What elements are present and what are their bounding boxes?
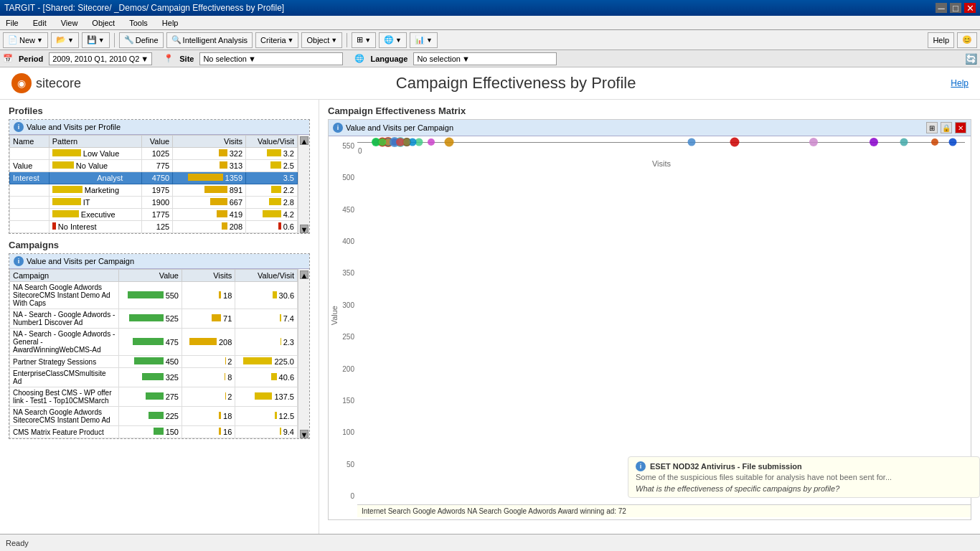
campaigns-scrollbar-down[interactable]: ▼ xyxy=(300,430,308,438)
campaign-name: NA - Search - Google Adwords - General -… xyxy=(10,329,119,356)
dot-24[interactable] xyxy=(809,138,818,146)
header-row: ◉ sitecore Campaign Effectiveness by Pro… xyxy=(0,67,980,100)
profiles-row-5[interactable]: Executive 1775 419 4.2 xyxy=(10,209,298,221)
profiles-table: Name Pattern Value Visits Value/Visit xyxy=(9,135,298,233)
smiley-button[interactable]: 😊 xyxy=(957,32,977,48)
new-button[interactable]: 📄 New ▼ xyxy=(3,32,48,48)
titlebar-title: TARGIT - [Shared: Sitecore/ _Demos/ Camp… xyxy=(4,3,284,13)
intelligent-analysis-button[interactable]: 🔍 Intelligent Analysis xyxy=(166,32,253,48)
profile-value-visit: 2.8 xyxy=(246,197,298,209)
maximize-button[interactable]: □ xyxy=(950,3,961,13)
site-dropdown-arrow: ▼ xyxy=(248,55,256,63)
periodbar: 📅 Period 2009, 2010 Q1, 2010 Q2 ▼ 📍 Site… xyxy=(0,50,980,67)
notif-body: Some of the suspicious files suitable fo… xyxy=(636,473,972,481)
site-select[interactable]: No selection ▼ xyxy=(199,52,343,65)
chart-info-icon: i xyxy=(333,123,343,133)
campaign-visits: 18 xyxy=(182,407,235,426)
dot-28[interactable] xyxy=(949,138,957,146)
menu-help[interactable]: Help xyxy=(159,18,182,28)
campaigns-scrollbar[interactable]: ▲ ▼ xyxy=(298,269,309,438)
profiles-row-3[interactable]: Marketing 1975 891 2.2 xyxy=(10,184,298,197)
open-button[interactable]: 📂▼ xyxy=(51,32,79,48)
col-pattern: Pattern xyxy=(49,136,141,148)
globe-button[interactable]: 🌐▼ xyxy=(379,32,407,48)
y-tick-200: 200 xyxy=(342,365,354,373)
profile-name xyxy=(10,184,50,197)
minimize-button[interactable]: ─ xyxy=(936,3,947,13)
profile-name xyxy=(10,148,50,160)
two-column-layout: Profiles i Value and Visits per Profile … xyxy=(0,100,980,534)
campaigns-scrollbar-up[interactable]: ▲ xyxy=(300,270,308,279)
profile-visits: 667 xyxy=(173,197,246,209)
campaign-visits: 16 xyxy=(182,426,235,438)
campaigns-row-3[interactable]: Partner Strategy Sessions 450 2 225.0 xyxy=(10,356,298,368)
x-axis-label: Visits xyxy=(652,159,671,168)
chart-close-button[interactable]: ✕ xyxy=(955,122,966,133)
col-value: Value xyxy=(141,136,173,148)
scrollbar-up[interactable]: ▲ xyxy=(300,136,308,145)
menu-file[interactable]: File xyxy=(3,18,22,28)
criteria-button[interactable]: Criteria ▼ xyxy=(255,32,298,48)
profiles-row-0[interactable]: Low Value 1025 322 3.2 xyxy=(10,148,298,160)
profile-value: 1975 xyxy=(141,184,173,197)
campaign-visits: 18 xyxy=(182,282,235,309)
profile-pattern: IT xyxy=(49,197,141,209)
define-button[interactable]: 🔧 Define xyxy=(119,32,164,48)
campaign-value: 275 xyxy=(119,387,182,407)
campaigns-row-1[interactable]: NA - Search - Google Adwords - Number1 D… xyxy=(10,309,298,329)
scrollbar-down[interactable]: ▼ xyxy=(300,225,308,233)
col-value-visit: Value/Visit xyxy=(246,136,298,148)
menu-object[interactable]: Object xyxy=(89,18,118,28)
dot-27[interactable] xyxy=(870,138,878,146)
profile-value-visit: 2.5 xyxy=(246,160,298,172)
campaigns-row-6[interactable]: NA Search Google Adwords SitecoreCMS Ins… xyxy=(10,407,298,426)
dot-3[interactable] xyxy=(428,138,435,146)
profiles-row-4[interactable]: IT 1900 667 2.8 xyxy=(10,197,298,209)
dot-23[interactable] xyxy=(688,138,696,146)
y-tick-450: 450 xyxy=(342,206,354,214)
profile-name: Interest xyxy=(10,172,50,184)
right-panel: Campaign Effectiveness Matrix i Value an… xyxy=(319,100,980,534)
campaigns-row-5[interactable]: Choosing Best CMS - WP offer link - Test… xyxy=(10,387,298,407)
chart-button[interactable]: 📊▼ xyxy=(410,32,438,48)
refresh-icon[interactable]: 🔄 xyxy=(965,53,977,65)
help-link[interactable]: Help xyxy=(951,78,969,88)
dot-20[interactable] xyxy=(378,138,386,146)
period-select[interactable]: 2009, 2010 Q1, 2010 Q2 ▼ xyxy=(49,52,152,65)
close-button[interactable]: ✕ xyxy=(964,3,976,13)
dot-26[interactable] xyxy=(931,138,938,146)
dot-6[interactable] xyxy=(444,138,453,147)
profiles-row-6[interactable]: No Interest 125 208 0.6 xyxy=(10,221,298,233)
save-button[interactable]: 💾▼ xyxy=(82,32,110,48)
dot-21[interactable] xyxy=(403,138,410,146)
profiles-table-body: Low Value 1025 322 3.2 Value No Value 77… xyxy=(10,148,298,233)
campaigns-row-0[interactable]: NA Search Google Adwords SitecoreCMS Ins… xyxy=(10,282,298,309)
object-button[interactable]: Object ▼ xyxy=(301,32,342,48)
profile-visits: 419 xyxy=(173,209,246,221)
campaigns-row-2[interactable]: NA - Search - Google Adwords - General -… xyxy=(10,329,298,356)
logo-text: sitecore xyxy=(36,76,81,91)
campaigns-row-7[interactable]: CMS Matrix Feature Product 150 16 9.4 xyxy=(10,426,298,438)
profiles-row-1[interactable]: Value No Value 775 313 2.5 xyxy=(10,160,298,172)
status-text: Ready xyxy=(6,539,29,547)
profiles-scrollbar[interactable]: ▲ ▼ xyxy=(298,135,309,233)
chart-lock-button[interactable]: 🔒 xyxy=(941,122,952,133)
campaigns-row-4[interactable]: EnterpriseClassCMSmultisite Ad 325 8 40.… xyxy=(10,368,298,387)
campaigns-section-title: Campaigns xyxy=(9,240,310,250)
profiles-row-2[interactable]: Interest Analyst 4750 1359 3.5 xyxy=(10,172,298,184)
dot-22[interactable] xyxy=(730,138,739,147)
notif-info-icon: i xyxy=(636,461,646,471)
notif-title: ESET NOD32 Antivirus - File submission xyxy=(650,462,802,471)
chart-tools: ⊞ 🔒 ✕ xyxy=(926,122,966,133)
menu-view[interactable]: View xyxy=(58,18,81,28)
grid-button[interactable]: ⊞▼ xyxy=(352,32,376,48)
chart-table-button[interactable]: ⊞ xyxy=(926,122,938,133)
menu-tools[interactable]: Tools xyxy=(126,18,151,28)
language-select[interactable]: No selection ▼ xyxy=(413,52,557,65)
help-toolbar-button[interactable]: Help xyxy=(928,32,954,48)
campaigns-info-icon: i xyxy=(14,256,24,266)
dot-25[interactable] xyxy=(900,138,908,146)
menu-edit[interactable]: Edit xyxy=(30,18,50,28)
profile-value-visit: 4.2 xyxy=(246,209,298,221)
new-dropdown-arrow: ▼ xyxy=(37,37,43,44)
